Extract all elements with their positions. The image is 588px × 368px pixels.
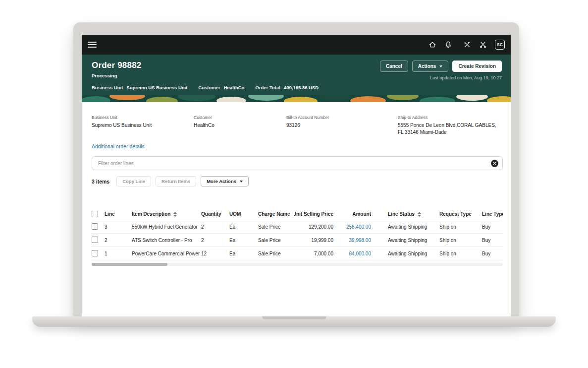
additional-order-details-link[interactable]: Additional order details xyxy=(92,143,145,149)
summary-label: Customer xyxy=(198,85,220,90)
cell-charge-name: Sale Price xyxy=(258,224,294,230)
field-label: Ship-to Address xyxy=(398,115,497,120)
column-header-amount: Amount xyxy=(336,211,374,217)
row-checkbox[interactable] xyxy=(92,223,98,230)
column-header-line-type: Line Type xyxy=(482,211,503,217)
column-header-line-status[interactable]: Line Status xyxy=(374,211,439,217)
cell-line-type: Buy xyxy=(482,251,503,256)
cell-unit-selling-price: 19,999.00 xyxy=(294,238,336,243)
filter-input[interactable] xyxy=(98,161,491,166)
cancel-button[interactable]: Cancel xyxy=(380,61,408,72)
chevron-down-icon xyxy=(439,65,442,67)
column-label: Line Status xyxy=(388,211,415,217)
column-header-charge-name: Charge Name xyxy=(258,211,294,217)
more-actions-label: More Actions xyxy=(207,179,236,184)
cell-amount-link[interactable]: 39,998.00 xyxy=(336,238,374,243)
summary-value: 409,165.86 USD xyxy=(284,85,319,90)
table-row[interactable]: 3 550kW Hybrid Fuel Generator 2 Ea Sale … xyxy=(92,220,503,234)
order-title-block: Order 98882 Processing xyxy=(92,61,142,78)
create-revision-button[interactable]: Create Revision xyxy=(452,61,502,72)
hammer-wrench-icon[interactable] xyxy=(463,41,471,49)
cell-line-type: Buy xyxy=(482,224,503,230)
cell-unit-selling-price: 7,000.00 xyxy=(294,251,336,256)
summary-business-unit: Business Unit Supremo US Business Unit xyxy=(92,85,187,90)
clear-filter-icon[interactable] xyxy=(491,160,498,167)
cell-amount-link[interactable]: 258,400.00 xyxy=(336,224,374,230)
cell-uom: Ea xyxy=(229,238,258,243)
laptop-frame: SC Order 98882 Processing Cancel Actions xyxy=(73,22,519,316)
items-count: 3 items xyxy=(92,179,109,184)
row-checkbox[interactable] xyxy=(92,237,98,243)
order-detail-fields: Business Unit Supremo US Business Unit C… xyxy=(92,115,503,135)
column-header-uom: UOM xyxy=(229,211,258,217)
cell-item-description: ATS Switch Controller - Pro xyxy=(132,238,201,243)
sort-icon[interactable] xyxy=(173,212,177,217)
column-label: Item Description xyxy=(132,211,170,217)
actions-dropdown-button[interactable]: Actions xyxy=(412,61,449,72)
summary-value: HealthCo xyxy=(224,85,245,90)
cell-line-status: Awaiting Shipping xyxy=(374,224,439,230)
order-summary-strip: Business Unit Supremo US Business Unit C… xyxy=(92,85,502,90)
table-row[interactable]: 1 PowerCare Commercial Power M 12 Ea Sal… xyxy=(92,247,503,260)
field-label: Business Unit xyxy=(92,115,188,120)
app-screen: SC Order 98882 Processing Cancel Actions xyxy=(82,35,511,316)
more-actions-button[interactable]: More Actions xyxy=(201,176,249,186)
table-body: 3 550kW Hybrid Fuel Generator 2 Ea Sale … xyxy=(92,220,503,260)
filter-bar xyxy=(92,156,503,170)
user-avatar[interactable]: SC xyxy=(495,40,505,50)
field-ship-to-address: Ship-to Address 5555 Ponce De Leon Blvd,… xyxy=(398,115,503,135)
field-label: Bill-to Account Number xyxy=(286,115,392,120)
cell-charge-name: Sale Price xyxy=(258,251,294,256)
bell-icon[interactable] xyxy=(444,41,452,49)
table-header-row: Line Item Description Quantity UOM Charg… xyxy=(92,208,503,220)
cell-quantity: 2 xyxy=(201,224,229,230)
cell-item-description: 550kW Hybrid Fuel Generator xyxy=(132,224,201,230)
laptop-base xyxy=(32,316,556,327)
cell-charge-name: Sale Price xyxy=(258,238,294,243)
scissors-icon[interactable] xyxy=(479,41,487,49)
order-lines-table: Line Item Description Quantity UOM Charg… xyxy=(92,208,503,266)
select-all-checkbox[interactable] xyxy=(92,211,98,217)
cell-quantity: 2 xyxy=(201,238,229,243)
summary-value: Supremo US Business Unit xyxy=(126,85,187,90)
summary-label: Order Total xyxy=(255,85,280,90)
summary-order-total: Order Total 409,165.86 USD xyxy=(255,85,319,90)
column-header-request-type: Request Type xyxy=(439,211,482,217)
actions-label: Actions xyxy=(418,63,436,69)
cell-request-type: Ship on xyxy=(439,251,482,256)
cell-line-type: Buy xyxy=(482,238,503,243)
column-header-quantity: Quantity xyxy=(201,211,229,217)
cell-line-status: Awaiting Shipping xyxy=(374,251,439,256)
cell-request-type: Ship on xyxy=(439,238,482,243)
cell-item-description: PowerCare Commercial Power M xyxy=(132,251,201,256)
cell-amount-link[interactable]: 84,000.00 xyxy=(336,251,374,256)
home-icon[interactable] xyxy=(428,41,436,49)
cell-unit-selling-price: 129,200.00 xyxy=(294,224,336,230)
field-label: Customer xyxy=(194,115,280,120)
field-value: Supremo US Business Unit xyxy=(92,122,188,129)
cell-line-status: Awaiting Shipping xyxy=(374,238,439,243)
stage: SC Order 98882 Processing Cancel Actions xyxy=(0,0,588,368)
field-value: 93126 xyxy=(286,122,392,129)
summary-customer: Customer HealthCo xyxy=(198,85,244,90)
column-header-line: Line xyxy=(105,211,132,217)
field-value: HealthCo xyxy=(194,122,280,129)
horizontal-scrollbar-thumb[interactable] xyxy=(92,263,167,266)
column-header-item-description[interactable]: Item Description xyxy=(132,211,201,217)
copy-line-button[interactable]: Copy Line xyxy=(116,176,151,186)
last-updated-text: Last updated on Mon, Aug 19, 10:27 xyxy=(380,75,502,80)
order-header: Order 98882 Processing Cancel Actions Cr… xyxy=(82,55,511,95)
chevron-down-icon xyxy=(240,181,243,183)
sort-icon[interactable] xyxy=(418,212,421,217)
page-title: Order 98882 xyxy=(92,61,142,70)
table-row[interactable]: 2 ATS Switch Controller - Pro 2 Ea Sale … xyxy=(92,234,503,247)
order-content: Business Unit Supremo US Business Unit C… xyxy=(82,102,511,316)
cell-uom: Ea xyxy=(229,251,258,256)
row-checkbox[interactable] xyxy=(92,250,98,256)
field-business-unit: Business Unit Supremo US Business Unit xyxy=(92,115,194,135)
horizontal-scrollbar-track[interactable] xyxy=(92,263,503,266)
cell-line-number: 3 xyxy=(105,224,132,230)
hamburger-menu-icon[interactable] xyxy=(88,42,97,48)
field-customer: Customer HealthCo xyxy=(194,115,286,135)
return-items-button[interactable]: Return Items xyxy=(156,176,196,186)
